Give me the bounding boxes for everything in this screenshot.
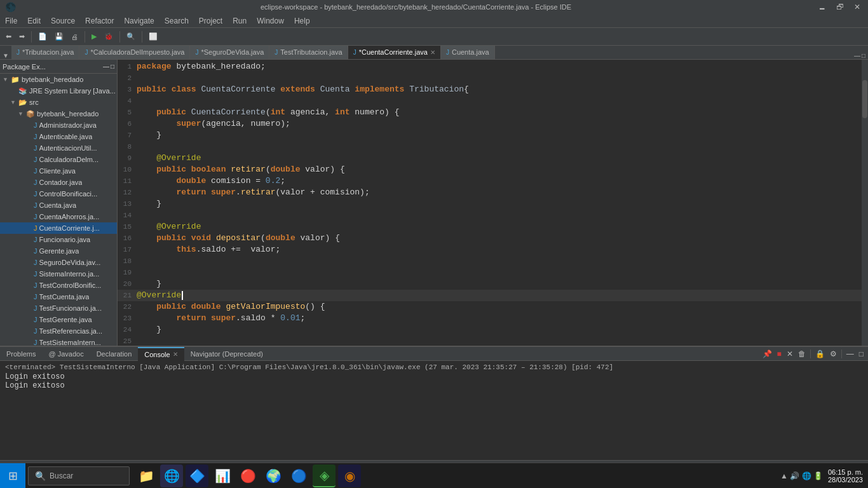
menu-item-file[interactable]: File [0,15,22,27]
view-menu-btn[interactable]: ▼ [3,52,9,59]
tree-item-14[interactable]: JFuncionario.java [0,234,117,245]
line-content: double comision = 0.2; [137,175,862,187]
tab-close-btn[interactable]: ✕ [430,49,435,56]
tree-item-6[interactable]: JAutenticacionUtil... [0,142,117,154]
bottom-minimize-btn[interactable]: — [844,349,856,359]
tree-node-label: TestCuenta.java [39,293,90,301]
taskbar-eclipse[interactable]: ◉ [338,464,361,487]
taskbar-app6[interactable]: 🌍 [262,464,285,487]
close-button[interactable]: ✕ [851,3,863,11]
tree-item-20[interactable]: JTestFuncionario.ja... [0,302,117,314]
tree-item-10[interactable]: JControlBonificaci... [0,188,117,200]
start-button[interactable]: ⊞ [0,463,25,489]
taskbar-file-explorer[interactable]: 📁 [135,464,158,487]
search-bar[interactable]: 🔍 Buscar [28,466,130,485]
tree-item-23[interactable]: JTestSistemaIntern... [0,337,117,346]
taskbar-app7[interactable]: 🔵 [287,464,310,487]
bottom-tab-1[interactable]: @ Javadoc [42,347,90,361]
bottom-tab-0[interactable]: Problems [0,347,42,361]
tree-node-icon: J [34,316,37,323]
sidebar-maximize-btn[interactable]: □ [111,63,114,70]
console-remove-btn[interactable]: ✕ [785,349,795,359]
line-content [137,141,862,152]
bottom-maximize-btn[interactable]: □ [857,349,865,359]
menu-item-window[interactable]: Window [252,15,289,27]
menu-item-refactor[interactable]: Refactor [80,15,119,27]
code-line-19: 19 [118,267,862,278]
scrollbar-thumb[interactable] [862,80,867,118]
taskbar-app4[interactable]: 📊 [211,464,234,487]
tab-label: *CalculadoraDelImpuesto.java [90,48,184,56]
line-number: 14 [118,210,137,221]
tree-item-11[interactable]: JCuenta.java [0,200,117,211]
sidebar-minimize-btn[interactable]: — [103,63,109,70]
bottom-tab-4[interactable]: Navigator (Deprecated) [184,347,269,361]
menu-item-source[interactable]: Source [46,15,80,27]
taskbar-edge[interactable]: 🔷 [186,464,208,487]
tree-item-9[interactable]: JContador.java [0,177,117,188]
taskbar-chrome[interactable]: 🌐 [160,464,183,487]
tree-item-16[interactable]: JSeguroDeVida.jav... [0,257,117,268]
editor-minimize-btn[interactable]: — [854,52,860,59]
toolbar-btn-search[interactable]: 🔍 [123,30,139,44]
tree-item-0[interactable]: ▼📁bytebank_heredado [0,74,117,85]
tree-item-19[interactable]: JTestCuenta.java [0,291,117,302]
tree-item-5[interactable]: JAutenticable.java [0,131,117,142]
menu-item-project[interactable]: Project [194,15,227,27]
toolbar-btn-perspective[interactable]: ⬜ [146,30,161,44]
tree-item-1[interactable]: 📚JRE System Library [Java... [0,85,117,97]
editor-maximize-btn[interactable]: □ [862,52,865,59]
tree-item-12[interactable]: JCuentaAhorros.ja... [0,211,117,222]
toolbar-btn-2[interactable]: ➡ [16,30,28,44]
tree-item-15[interactable]: JGerente.java [0,245,117,257]
restore-button[interactable]: 🗗 [834,3,846,11]
tree-item-18[interactable]: JTestControlBonific... [0,280,117,291]
toolbar-btn-new[interactable]: 📄 [35,30,50,44]
code-editor[interactable]: 1package bytebank_heredado;2 3public cla… [118,60,862,346]
console-scroll-lock-btn[interactable]: 🔒 [813,349,827,359]
taskbar-vscode[interactable]: ◈ [313,464,336,487]
console-pin-btn[interactable]: 📌 [761,349,774,359]
bottom-tab-3[interactable]: Console✕ [138,347,184,361]
editor-tab-4[interactable]: J*CuentaCorriente.java✕ [348,46,441,59]
menu-item-navigate[interactable]: Navigate [119,15,159,27]
line-number: 10 [118,164,137,175]
line-number: 20 [118,278,137,290]
console-terminate-btn[interactable]: ■ [775,349,783,359]
tree-item-17[interactable]: JSistemaInterno.ja... [0,268,117,280]
tree-item-7[interactable]: JCalculadoraDelm... [0,154,117,165]
editor-tab-0[interactable]: J*Tributacion.java [11,46,80,59]
tree-item-13[interactable]: JCuentaCorriente.j... [0,222,117,234]
editor-tab-1[interactable]: J*CalculadoraDelImpuesto.java [79,46,190,59]
menu-item-help[interactable]: Help [289,15,315,27]
menu-item-edit[interactable]: Edit [22,15,46,27]
bottom-panel: Problems@ JavadocDeclarationConsole✕Navi… [0,346,868,460]
tree-node-icon: J [34,190,37,198]
editor-tab-3[interactable]: JTestTributacion.java [269,46,348,59]
toolbar-btn-print[interactable]: 🖨 [68,30,81,44]
menu-item-run[interactable]: Run [227,15,252,27]
editor-scrollbar[interactable] [862,60,868,346]
editor-tab-5[interactable]: JCuenta.java [441,46,495,59]
toolbar-btn-debug[interactable]: 🐞 [101,30,116,44]
toolbar-btn-save[interactable]: 💾 [51,30,67,44]
taskbar-app5[interactable]: 🔴 [236,464,259,487]
menu-item-search[interactable]: Search [159,15,194,27]
tree-item-21[interactable]: JTestGerente.java [0,314,117,325]
tree-node-icon: J [34,259,37,266]
line-content: package bytebank_heredado; [137,61,862,72]
toolbar-btn-1[interactable]: ⬅ [3,30,15,44]
console-close-btn[interactable]: ✕ [173,351,178,358]
console-clear-btn[interactable]: 🗑 [796,349,808,359]
editor-tab-2[interactable]: J*SeguroDeVida.java [190,46,269,59]
toolbar-btn-run[interactable]: ▶ [88,30,100,44]
tree-item-22[interactable]: JTestReferencias.ja... [0,325,117,337]
tree-item-3[interactable]: ▼📦bytebank_heredado [0,108,117,119]
tree-item-8[interactable]: JCliente.java [0,165,117,177]
tree-item-2[interactable]: ▼📂src [0,97,117,108]
tree-item-4[interactable]: JAdministrador.java [0,119,117,131]
tree-node-label: TestReferencias.ja... [39,327,103,335]
bottom-tab-2[interactable]: Declaration [90,347,139,361]
minimize-button[interactable]: 🗕 [816,3,829,11]
console-settings-btn[interactable]: ⚙ [828,349,839,359]
